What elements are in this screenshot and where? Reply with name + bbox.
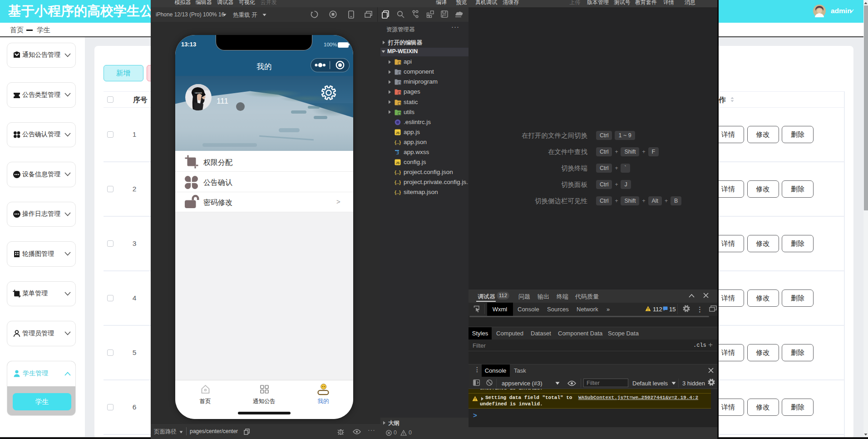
- svg-text:vanoos: vanoos: [195, 91, 202, 94]
- svg-text:JS: JS: [395, 131, 399, 134]
- svg-text:{..}: {..}: [395, 170, 401, 175]
- svg-text:{..}: {..}: [395, 140, 401, 145]
- svg-text:{..}: {..}: [395, 190, 401, 195]
- svg-text:{..}: {..}: [395, 180, 401, 185]
- svg-text:JS: JS: [395, 161, 399, 165]
